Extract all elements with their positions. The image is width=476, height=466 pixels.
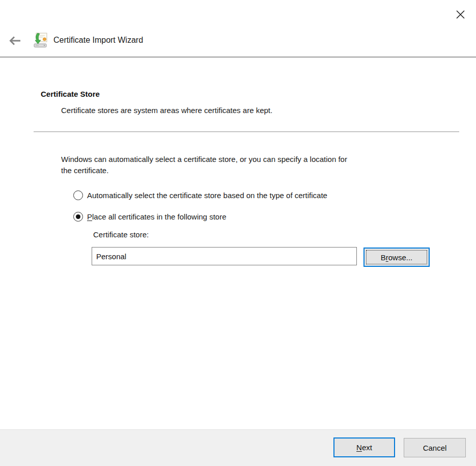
page-heading: Certificate Store [41,90,100,98]
wizard-title: Certificate Import Wizard [53,36,143,45]
header-divider [0,57,476,58]
close-icon [456,10,465,19]
radio-automatic-label: Automatically select the certificate sto… [87,191,327,200]
next-button[interactable]: Next [333,437,395,457]
intro-line-2: the certificate. [61,165,347,176]
browse-button[interactable]: Browse... [363,248,430,267]
radio-place-all-label: Place all certificates in the following … [87,212,226,221]
back-button[interactable] [6,33,23,48]
page-subheading: Certificate stores are system areas wher… [61,106,272,115]
radio-automatic-circle[interactable] [73,190,83,200]
intro-line-1: Windows can automatically select a certi… [61,154,347,165]
certificate-store-input[interactable] [92,247,357,265]
radio-place-all[interactable]: Place all certificates in the following … [73,212,226,222]
radio-automatic-store[interactable]: Automatically select the certificate sto… [73,190,327,200]
certificate-import-wizard-window: Certificate Import Wizard Certificate St… [0,0,476,466]
intro-text: Windows can automatically select a certi… [61,154,347,176]
radio-place-all-circle[interactable] [73,212,83,222]
certificate-store-label: Certificate store: [93,230,149,239]
section-divider [34,131,459,132]
close-button[interactable] [451,6,469,22]
certificate-import-icon [32,32,49,49]
back-arrow-icon [8,35,22,47]
cancel-button[interactable]: Cancel [404,438,466,457]
